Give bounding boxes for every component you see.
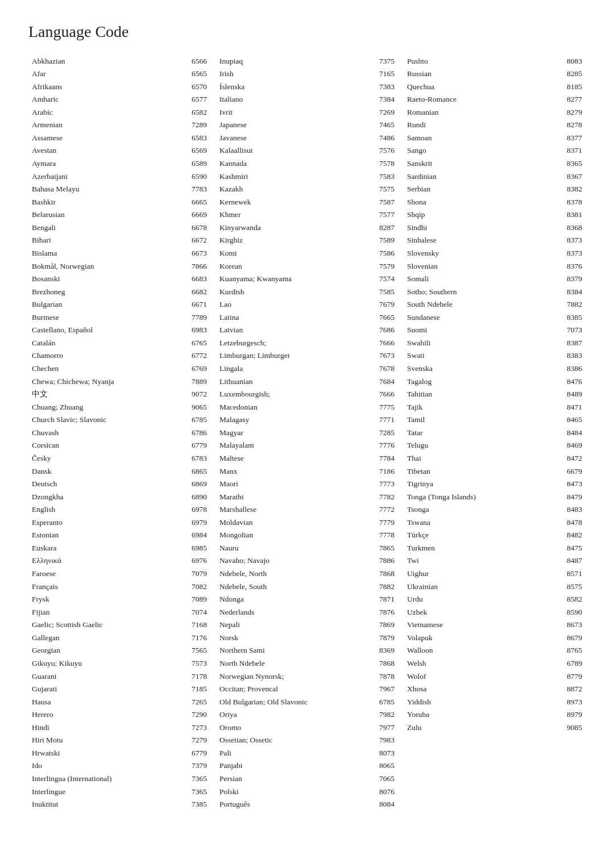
list-item: Tigrinya8473	[404, 478, 586, 491]
language-name: Maori	[219, 478, 373, 490]
language-code: 7273	[185, 722, 207, 733]
language-code: 7265	[185, 696, 207, 708]
list-item: Français7082	[28, 580, 210, 593]
language-code: 7865	[373, 542, 395, 554]
language-name: Pushto	[407, 56, 561, 67]
language-code: 8590	[561, 607, 582, 618]
language-code: 7866	[185, 261, 207, 272]
list-item: Lithuanian7684	[216, 375, 398, 388]
list-item: Esperanto6979	[28, 516, 210, 529]
language-name: Kashmiri	[219, 171, 373, 182]
language-code: 7773	[373, 478, 395, 490]
language-code: 8478	[561, 517, 582, 528]
language-name: Kazakh	[219, 183, 373, 195]
list-item: Italiano7384	[216, 93, 398, 106]
language-code: 6865	[185, 466, 207, 477]
list-item: Faroese7079	[28, 567, 210, 581]
language-name: Ndebele, South	[219, 581, 373, 592]
language-name: Faroese	[32, 568, 185, 579]
list-item: Korean7579	[216, 260, 398, 273]
language-name: Gaelic; Scottish Gaelic	[32, 619, 185, 631]
language-name: Walloon	[407, 645, 561, 656]
language-name: Swahili	[407, 337, 561, 349]
language-name: Quechua	[407, 81, 561, 93]
language-name: Uzbek	[407, 607, 561, 618]
list-item: Interlingua (International)7365	[28, 773, 210, 786]
language-code: 8073	[373, 748, 395, 759]
language-name: Bulgarian	[32, 299, 185, 310]
language-code: 7779	[373, 517, 395, 528]
language-code: 8383	[561, 350, 582, 361]
language-name: Arabic	[32, 107, 185, 118]
language-code: 8673	[561, 619, 582, 631]
language-name: Old Bulgarian; Old Slavonic	[219, 696, 373, 708]
language-name: Afrikaans	[32, 81, 185, 93]
list-item: Church Slavic; Slavonic6785	[28, 414, 210, 427]
language-code: 7186	[373, 466, 395, 477]
language-code: 7686	[373, 324, 395, 336]
language-name: Interlingue	[32, 786, 185, 798]
language-code: 7587	[373, 197, 395, 208]
language-name: Azerbaijani	[32, 171, 185, 182]
language-code: 7575	[373, 183, 395, 195]
language-code: 8285	[561, 68, 582, 80]
list-item: Ossetian; Ossetic7983	[216, 734, 398, 747]
language-code: 8381	[561, 209, 582, 220]
language-name: Castellano, Español	[32, 324, 185, 336]
language-name: Ivrit	[219, 107, 373, 118]
language-name: Deutsch	[32, 478, 185, 490]
list-item: Georgian7565	[28, 644, 210, 657]
list-item: Ivrit7269	[216, 106, 398, 119]
language-code: 8384	[561, 286, 582, 298]
list-item: Tonga (Tonga Islands)8479	[404, 490, 586, 503]
language-name: Afar	[32, 68, 185, 80]
language-table: Abkhazian6566Afar6565Afrikaans6570Amhari…	[28, 55, 586, 811]
list-item: Arabic6582	[28, 106, 210, 119]
language-name: Kirghiz	[219, 235, 373, 246]
language-code: 7868	[373, 568, 395, 579]
list-item: Walloon8765	[404, 644, 586, 657]
language-code: 6769	[185, 363, 207, 374]
list-item: Old Bulgarian; Old Slavonic6785	[216, 695, 398, 708]
list-item: Amharic6577	[28, 93, 210, 106]
list-item: Ndebele, South7882	[216, 580, 398, 593]
language-name: Sango	[407, 145, 561, 156]
language-name: Kernewek	[219, 197, 373, 208]
language-code: 6683	[185, 273, 207, 285]
language-code: 8465	[561, 414, 582, 425]
language-code: 6565	[185, 68, 207, 80]
language-name: Tatar	[407, 427, 561, 439]
language-code: 6785	[185, 414, 207, 425]
language-code: 9065	[185, 402, 207, 413]
language-name: Íslenska	[219, 81, 373, 93]
language-name: Panjabi	[219, 760, 373, 771]
list-item: Catalán6765	[28, 336, 210, 349]
language-code: 7878	[373, 671, 395, 682]
language-code: 7869	[373, 619, 395, 631]
language-name: Tigrinya	[407, 478, 561, 490]
language-code: 8279	[561, 107, 582, 118]
list-item: Oromo7977	[216, 721, 398, 734]
list-item: Panjabi8065	[216, 760, 398, 773]
list-item: Sundanese8385	[404, 311, 586, 324]
list-item: Latina7665	[216, 311, 398, 324]
language-name: Corsican	[32, 440, 185, 451]
language-name: Thai	[407, 453, 561, 464]
language-name: Bihari	[32, 235, 185, 246]
list-item: Português8084	[216, 798, 398, 811]
list-item: Northern Sami8369	[216, 644, 398, 657]
language-code: 7168	[185, 619, 207, 631]
language-name: Italiano	[219, 94, 373, 105]
language-name: Russian	[407, 68, 561, 80]
language-code: 8482	[561, 529, 582, 541]
list-item: Yoruba8979	[404, 708, 586, 721]
language-name: Suomi	[407, 324, 561, 336]
language-name: Urdu	[407, 594, 561, 605]
language-code: 8483	[561, 504, 582, 515]
language-code: 8076	[373, 786, 395, 798]
list-item: Oriya7982	[216, 708, 398, 721]
list-item: Volapuk8679	[404, 631, 586, 644]
list-item: Telugu8469	[404, 439, 586, 452]
list-item: Česky6783	[28, 452, 210, 465]
list-item: Tahitian8489	[404, 388, 586, 401]
